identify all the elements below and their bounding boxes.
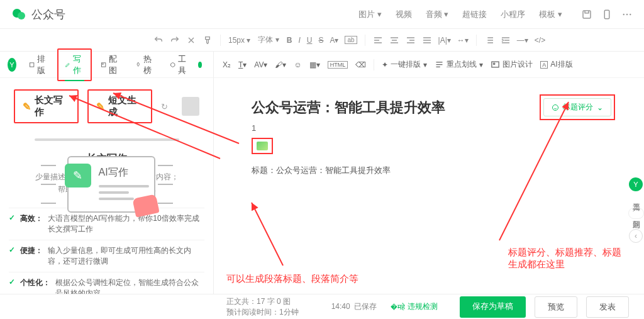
doc-line[interactable]: 标题：公众号运营：智能工具提升效率 [252, 165, 606, 176]
write-mode-row: ✎长文写作 ✎短文生成 ↻ [0, 78, 213, 130]
check-icon: ✓ [9, 245, 15, 254]
app-header: 公众号 图片 ▾ 视频 音频 ▾ 超链接 小程序 模板 ▾ [0, 0, 644, 29]
letter-spacing-icon[interactable]: ↔▾ [457, 36, 469, 45]
editor-pane: X₂ T▾ AV▾ 🖌▾ ☺ ▦▾ HTML ⌫ ✦一键排版▾ 重点划线▾ 图片… [214, 52, 644, 294]
align-justify-icon[interactable] [422, 35, 432, 45]
svg-rect-10 [492, 62, 499, 67]
undo-icon[interactable] [153, 35, 164, 45]
code-icon[interactable]: </> [535, 36, 545, 45]
svg-rect-2 [583, 11, 591, 18]
tab-layout[interactable]: 排版 [23, 50, 55, 80]
table-icon[interactable]: ▦▾ [309, 60, 320, 69]
save-draft-button[interactable]: 保存为草稿 [460, 296, 526, 318]
text-color-icon[interactable]: A▾ [330, 36, 338, 45]
menu-video[interactable]: 视频 [396, 9, 412, 20]
underline-icon[interactable]: U [307, 36, 313, 45]
shield-icon: �महे [391, 303, 405, 311]
smile-icon [552, 104, 559, 111]
save-icon[interactable] [581, 9, 592, 20]
format-clear-icon[interactable] [186, 35, 196, 45]
rail-help-icon[interactable]: ‹ [629, 229, 643, 243]
ai-generate-chip[interactable] [252, 138, 273, 154]
illus-title: AI写作 [99, 166, 128, 179]
publish-button[interactable]: 发表 [586, 296, 629, 318]
html-icon[interactable]: HTML [328, 61, 348, 69]
header-actions [581, 9, 633, 20]
document-area[interactable]: 公众号运营：智能工具提升效率 1 标题：公众号运营：智能工具提升效率 标题评分 … [214, 78, 644, 196]
svg-point-11 [494, 63, 496, 65]
status-dot-icon [198, 62, 202, 68]
annotation-right: 标题评分、标题推荐、标题 生成都在这里 [508, 247, 621, 271]
menu-template[interactable]: 模板 ▾ [539, 9, 562, 20]
menu-link[interactable]: 超链接 [462, 9, 487, 20]
align-right-icon[interactable] [406, 35, 416, 45]
sidebar: Y 排版 写作 配图 热榜 工具 ✎长文写作 ✎短文生成 ↻ ✎ AI写作 长文… [0, 52, 214, 294]
key-outline-button[interactable]: 重点划线▾ [435, 59, 483, 70]
tab-image[interactable]: 配图 [94, 50, 126, 80]
mode-short-article[interactable]: ✎短文生成 [87, 89, 152, 123]
tab-trending[interactable]: 热榜 [129, 50, 161, 80]
mode-long-article[interactable]: ✎长文写作 [14, 89, 79, 123]
svg-rect-7 [30, 62, 33, 66]
rail-brand-icon[interactable]: Y [629, 177, 643, 191]
brush-icon[interactable]: 🖌▾ [275, 60, 286, 69]
ai-chip-icon [257, 142, 268, 150]
line-height-icon[interactable]: |A|▾ [438, 36, 451, 45]
right-rail: Y 工具箱 到问题 ‹ [628, 52, 644, 294]
emoji-icon[interactable]: ☺ [294, 60, 301, 69]
italic-icon[interactable]: I [298, 36, 300, 45]
avatar[interactable] [182, 97, 199, 116]
editor-toolbar: X₂ T▾ AV▾ 🖌▾ ☺ ▦▾ HTML ⌫ ✦一键排版▾ 重点划线▾ 图片… [214, 52, 644, 78]
align-center-icon[interactable] [389, 35, 399, 45]
tab-tools[interactable]: 工具 [164, 50, 196, 80]
bg-color-icon[interactable]: ab [345, 36, 357, 44]
word-count: 正文共：17 字 0 图 预计阅读时间：1分钟 [226, 296, 299, 318]
quick-layout-button[interactable]: ✦一键排版▾ [382, 59, 427, 70]
svg-point-12 [553, 104, 558, 110]
pic-design-button[interactable]: 图片设计 [491, 59, 533, 70]
brand-dot-icon: Y [8, 58, 16, 72]
annotation-arrow [239, 196, 289, 272]
wand-icon: ✦ [382, 60, 388, 69]
check-icon: ✓ [9, 213, 15, 222]
redo-icon[interactable] [170, 35, 180, 45]
clear-format-icon[interactable]: ⌫ [355, 60, 366, 69]
align-left-icon[interactable] [373, 35, 383, 45]
save-time: 14:40 已保存 [331, 301, 377, 312]
font-size-select[interactable]: 15px ▾ [228, 36, 250, 45]
bold-icon[interactable]: B [287, 36, 292, 45]
logo[interactable]: 公众号 [11, 7, 65, 22]
strike-icon[interactable]: S [318, 36, 323, 45]
header-menu: 图片 ▾ 视频 音频 ▾ 超链接 小程序 模板 ▾ [358, 9, 562, 20]
menu-miniapp[interactable]: 小程序 [501, 9, 525, 20]
ai-layout-button[interactable]: AAI排版 [540, 59, 572, 70]
pencil-icon: ✎ [23, 101, 31, 113]
indent-icon[interactable] [501, 35, 511, 45]
hr-icon[interactable]: —▾ [517, 36, 528, 45]
subscript-icon[interactable]: X₂ [223, 60, 231, 69]
preview-button[interactable]: 预览 [535, 296, 577, 318]
highlight-icon[interactable]: AV▾ [254, 60, 267, 69]
violation-check[interactable]: �महे违规检测 [391, 301, 438, 312]
history-icon[interactable]: ↻ [161, 102, 168, 111]
menu-audio[interactable]: 音频 ▾ [426, 9, 449, 20]
tab-write[interactable]: 写作 [57, 48, 92, 81]
list-item: ✓便捷：输入少量信息，即可生成可用性高的长文内容，还可进行微调 [9, 240, 204, 272]
font-family-select[interactable]: 字体 ▾ [258, 35, 279, 45]
chevron-down-icon: ⌄ [597, 103, 603, 112]
list-ordered-icon[interactable] [484, 35, 494, 45]
rail-faq[interactable]: 到问题 [628, 208, 644, 219]
check-icon: ✓ [9, 277, 15, 286]
ai-icon: A [540, 61, 548, 69]
svg-point-5 [626, 13, 628, 14]
font-case-icon[interactable]: T▾ [238, 60, 247, 69]
svg-point-9 [103, 64, 104, 65]
title-score-wrap: 标题评分 ⌄ [540, 94, 615, 120]
phone-preview-icon[interactable] [601, 9, 613, 20]
app-name: 公众号 [31, 7, 65, 22]
menu-image[interactable]: 图片 ▾ [358, 9, 382, 20]
title-score-button[interactable]: 标题评分 ⌄ [543, 98, 611, 116]
format-painter-icon[interactable] [203, 35, 213, 45]
pencil-icon: ✎ [96, 101, 104, 113]
more-icon[interactable] [621, 9, 633, 20]
